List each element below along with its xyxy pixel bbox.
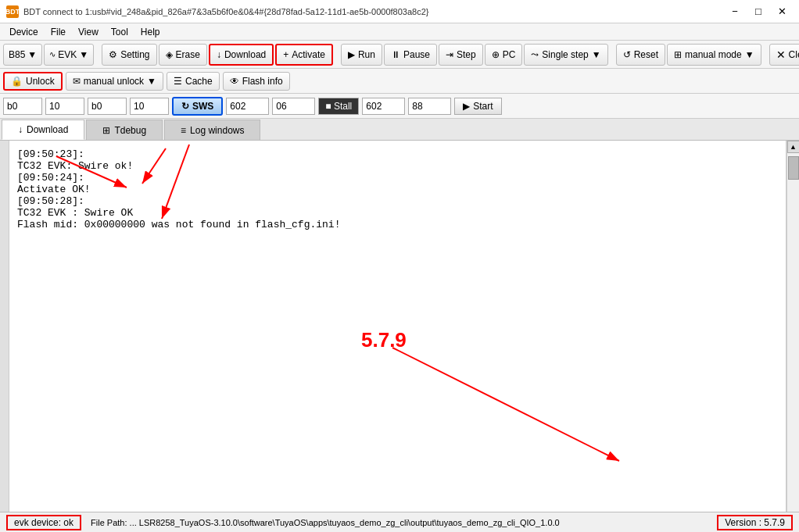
input-field-3[interactable]: [88, 98, 127, 115]
input-field-5[interactable]: [226, 98, 269, 115]
reset-icon: ↺: [623, 49, 631, 60]
refresh-icon: ↻: [181, 101, 189, 112]
pause-button[interactable]: ⏸ Pause: [384, 44, 437, 66]
minimize-button[interactable]: −: [724, 2, 746, 21]
manual-unlock-arrow: ▼: [147, 76, 156, 87]
app-icon: BDT: [6, 5, 19, 18]
input-field-1[interactable]: [3, 98, 42, 115]
input-field-7[interactable]: [362, 98, 405, 115]
maximize-button[interactable]: □: [747, 2, 769, 21]
status-bar: evk device: ok File Path: ... LSR8258_Tu…: [0, 512, 799, 532]
device-status: evk device: ok: [6, 515, 81, 530]
log-line-4: [09:50:24]:: [17, 172, 778, 184]
toolbar-main: B85 ▼ ∿ EVK ▼ ⚙ Setting ◈ Erase ↓ Downlo…: [0, 41, 799, 69]
window-title: BDT connect to 1:usb#vid_248a&pid_826a#7…: [23, 7, 724, 16]
version-status: Version : 5.7.9: [717, 515, 793, 530]
single-step-arrow: ▼: [592, 49, 601, 60]
log-tab-icon: ≡: [181, 125, 186, 136]
single-step-icon: ⤳: [531, 49, 539, 60]
input-field-8[interactable]: [408, 98, 451, 115]
stall-icon: ■: [325, 101, 331, 112]
toolbar-secondary: 🔒 Unlock ✉ manual unlock ▼ ☰ Cache 👁 Fla…: [0, 69, 799, 94]
evk-arrow-icon: ▼: [79, 49, 88, 60]
erase-button[interactable]: ◈ Erase: [159, 44, 207, 66]
activate-button[interactable]: + Activate: [275, 44, 333, 66]
log-line-8: TC32 EVK : Swire OK: [17, 207, 778, 219]
step-button[interactable]: ⇥ Step: [439, 44, 483, 66]
menu-file[interactable]: File: [45, 25, 72, 39]
mail-icon: ✉: [73, 76, 81, 87]
log-line-1: [09:50:23]:: [17, 148, 778, 160]
tab-log-windows[interactable]: ≡ Log windows: [164, 120, 260, 140]
sws-button[interactable]: ↻ SWS: [172, 97, 223, 116]
input-row: ↻ SWS ■ Stall ▶ Start: [0, 94, 799, 119]
download-button[interactable]: ↓ Download: [209, 44, 274, 66]
scroll-up-button[interactable]: ▲: [787, 141, 800, 153]
evk-label: EVK: [58, 49, 77, 60]
setting-button[interactable]: ⚙ Setting: [102, 44, 156, 66]
cache-button[interactable]: ☰ Cache: [167, 72, 220, 91]
start-button[interactable]: ▶ Start: [454, 98, 501, 115]
eye-icon: 👁: [230, 76, 239, 87]
menu-device[interactable]: Device: [3, 25, 45, 39]
version-label: 5.7.9: [361, 328, 407, 352]
file-path-area: File Path: ... LSR8258_TuyaOS-3.10.0\sof…: [81, 518, 717, 527]
menu-tool[interactable]: Tool: [105, 25, 134, 39]
b85-arrow-icon: ▼: [27, 49, 37, 60]
close-button[interactable]: ✕: [771, 2, 793, 21]
manual-icon: ⊞: [674, 49, 682, 60]
manual-mode-button[interactable]: ⊞ manual mode ▼: [667, 44, 761, 66]
clear-icon: ✕: [776, 48, 786, 61]
menu-bar: Device File View Tool Help: [0, 23, 799, 41]
file-path-label: File Path:: [91, 518, 127, 527]
input-field-6[interactable]: [272, 98, 315, 115]
file-path-value: ... LSR8258_TuyaOS-3.10.0\software\TuyaO…: [130, 518, 560, 527]
log-line-5: Activate OK!: [17, 184, 778, 195]
vertical-scrollbar[interactable]: ▲: [786, 141, 799, 532]
flash-info-button[interactable]: 👁 Flash info: [223, 72, 290, 91]
window-controls: − □ ✕: [724, 2, 793, 21]
reset-button[interactable]: ↺ Reset: [616, 44, 665, 66]
input-field-4[interactable]: [130, 98, 169, 115]
manual-unlock-dropdown[interactable]: ✉ manual unlock ▼: [66, 72, 163, 91]
erase-icon: ◈: [166, 49, 173, 60]
tab-bar: ↓ Download ⊞ Tdebug ≡ Log windows: [0, 119, 799, 141]
stall-button[interactable]: ■ Stall: [318, 98, 359, 115]
manual-arrow: ▼: [745, 49, 754, 60]
wave-icon: ∿: [49, 50, 56, 59]
b85-dropdown[interactable]: B85 ▼: [3, 44, 42, 66]
download-icon: ↓: [217, 49, 221, 60]
clear-button[interactable]: ✕ Clear: [769, 44, 799, 66]
menu-view[interactable]: View: [72, 25, 105, 39]
pause-icon: ⏸: [391, 49, 400, 60]
single-step-button[interactable]: ⤳ Single step ▼: [524, 44, 607, 66]
plus-icon: +: [283, 49, 288, 60]
download-tab-icon: ↓: [18, 124, 23, 135]
evk-dropdown[interactable]: ∿ EVK ▼: [44, 44, 94, 66]
scroll-thumb[interactable]: [788, 156, 799, 180]
log-line-9: Flash mid: 0x00000000 was not found in f…: [17, 219, 778, 230]
tab-download[interactable]: ↓ Download: [2, 120, 84, 140]
step-icon: ⇥: [446, 49, 453, 60]
gear-icon: ⚙: [109, 49, 117, 60]
left-panel: [0, 141, 9, 532]
svg-line-4: [392, 348, 619, 461]
lock-icon: 🔒: [11, 76, 23, 87]
cache-icon: ☰: [174, 76, 182, 87]
pc-icon: ⊕: [492, 49, 500, 60]
input-field-2[interactable]: [45, 98, 84, 115]
log-area: [09:50:23]: TC32 EVK: Swire ok! [09:50:2…: [9, 141, 786, 532]
run-button[interactable]: ▶ Run: [341, 44, 382, 66]
tdebug-tab-icon: ⊞: [102, 125, 110, 136]
log-line-7: [09:50:28]:: [17, 195, 778, 207]
b85-label: B85: [9, 49, 25, 60]
pc-button[interactable]: ⊕ PC: [485, 44, 523, 66]
title-bar: BDT BDT connect to 1:usb#vid_248a&pid_82…: [0, 0, 799, 23]
main-area: [09:50:23]: TC32 EVK: Swire ok! [09:50:2…: [0, 141, 799, 532]
tab-tdebug[interactable]: ⊞ Tdebug: [86, 120, 163, 140]
log-line-2: TC32 EVK: Swire ok!: [17, 160, 778, 172]
start-icon: ▶: [463, 101, 470, 112]
unlock-button[interactable]: 🔒 Unlock: [3, 72, 63, 91]
run-icon: ▶: [348, 49, 355, 60]
menu-help[interactable]: Help: [134, 25, 167, 39]
